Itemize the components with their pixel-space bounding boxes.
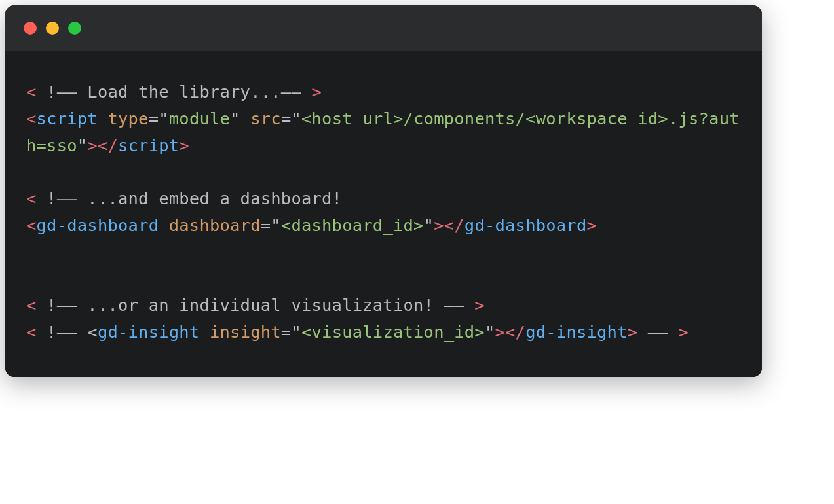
equals-sign: =: [261, 215, 271, 235]
angle-open-icon: <: [26, 189, 37, 208]
code-window: < !–– Load the library...–– > <script ty…: [5, 5, 762, 377]
maximize-icon[interactable]: [68, 22, 81, 35]
comment-text: !: [37, 189, 57, 208]
comment-text: ...and embed a dashboard!: [77, 189, 342, 208]
comment-text: ...or an individual visualization!: [77, 295, 444, 315]
quote-mark: ": [424, 215, 434, 235]
angle-close-icon: >: [628, 322, 638, 342]
tag-name: gd-insight: [98, 322, 200, 342]
comment-dashes: ––: [57, 295, 77, 315]
attr-name: type: [98, 109, 149, 128]
angle-open-icon: </: [98, 135, 118, 155]
angle-close-icon: >: [668, 322, 689, 342]
attr-name: insight: [199, 322, 280, 342]
code-line: < !–– Load the library...–– >: [26, 79, 741, 105]
angle-open-icon: <: [26, 109, 37, 128]
minimize-icon[interactable]: [46, 22, 59, 35]
angle-close-icon: >: [434, 215, 444, 235]
comment-dashes: ––: [57, 82, 77, 101]
comment-dashes: ––: [281, 82, 301, 101]
comment-text: !: [37, 295, 57, 315]
attr-value: <visualization_id>: [301, 322, 485, 342]
window-titlebar: [5, 5, 762, 51]
code-line: < !–– ...or an individual visualization!…: [26, 292, 741, 319]
angle-open-icon: </: [505, 322, 525, 342]
comment-dashes: ––: [57, 322, 77, 342]
quote-mark: ": [159, 109, 169, 128]
code-line: <gd-dashboard dashboard="<dashboard_id>"…: [26, 212, 741, 239]
attr-value: module: [169, 109, 230, 128]
attr-name: dashboard: [159, 215, 261, 235]
comment-text: !: [37, 82, 57, 101]
attr-value: <host_url>/components/: [301, 109, 525, 128]
comment-dashes: ––: [444, 295, 464, 315]
equals-sign: =: [281, 109, 292, 128]
angle-open-icon: <: [26, 215, 37, 235]
equals-sign: =: [281, 322, 292, 342]
close-icon[interactable]: [24, 22, 37, 35]
angle-close-icon: >: [586, 215, 597, 235]
equals-sign: =: [149, 109, 159, 128]
blank-line: [26, 158, 741, 185]
angle-close-icon: >: [301, 82, 322, 101]
tag-name: script: [118, 135, 179, 155]
code-line: < !–– ...and embed a dashboard!: [26, 185, 741, 212]
comment-dashes: ––: [637, 322, 668, 342]
angle-open-icon: <: [26, 322, 37, 342]
angle-close-icon: >: [179, 135, 189, 155]
quote-mark: ": [291, 109, 301, 128]
tag-name: gd-: [525, 322, 556, 342]
code-editor: < !–– Load the library...–– > <script ty…: [5, 51, 762, 377]
angle-close-icon: >: [495, 322, 505, 342]
attr-value: <dashboard_id>: [281, 215, 424, 235]
angle-close-icon: >: [87, 135, 98, 155]
tag-name: insight: [556, 322, 628, 342]
tag-name: script: [37, 109, 98, 128]
attr-name: src: [240, 109, 281, 128]
quote-mark: ": [230, 109, 240, 128]
blank-line: [26, 239, 741, 266]
quote-mark: ": [291, 322, 301, 342]
angle-open-icon: <: [26, 295, 37, 315]
angle-open-icon: <: [26, 82, 37, 101]
angle-close-icon: >: [464, 295, 485, 315]
quote-mark: ": [271, 215, 281, 235]
angle-open-icon: </: [444, 215, 464, 235]
quote-mark: ": [485, 322, 495, 342]
blank-line: [26, 266, 741, 293]
code-line: <script type="module" src="<host_url>/co…: [26, 105, 741, 159]
comment-dashes: ––: [57, 189, 77, 208]
quote-mark: ": [77, 135, 88, 155]
tag-name: gd-dashboard: [37, 215, 159, 235]
tag-name: gd-dashboard: [464, 215, 587, 235]
comment-text: Load the library...: [77, 82, 281, 101]
comment-text: !: [37, 322, 57, 342]
code-line: < !–– <gd-insight insight="<visualizatio…: [26, 319, 741, 346]
comment-text: <: [77, 322, 98, 342]
